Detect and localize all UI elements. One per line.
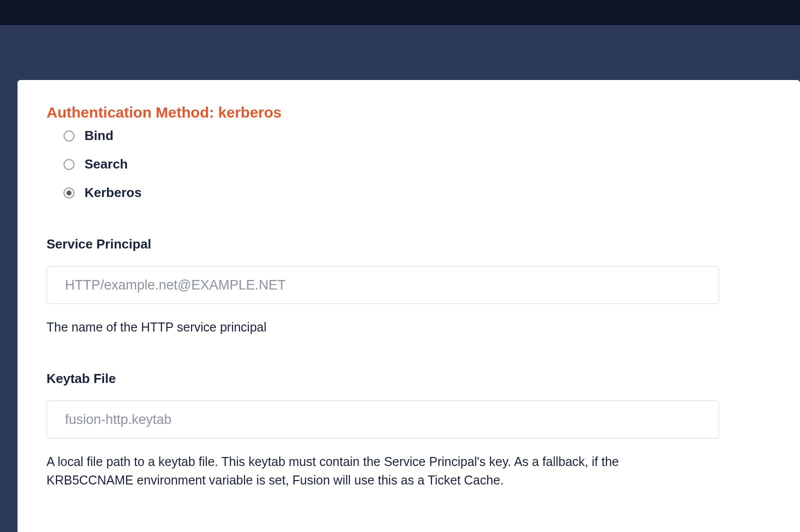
- radio-dot-icon: [66, 190, 72, 196]
- keytab-file-help: A local file path to a keytab file. This…: [46, 452, 686, 489]
- top-bar: [0, 0, 800, 25]
- service-principal-input[interactable]: [46, 266, 719, 304]
- radio-label-bind: Bind: [84, 128, 114, 144]
- section-title: Authentication Method: kerberos: [46, 104, 771, 121]
- settings-card: Authentication Method: kerberos Bind Sea…: [18, 80, 800, 532]
- radio-row-bind[interactable]: Bind: [64, 128, 771, 144]
- radio-icon[interactable]: [64, 188, 74, 198]
- radio-label-kerberos: Kerberos: [84, 185, 142, 200]
- service-principal-help: The name of the HTTP service principal: [46, 318, 686, 336]
- radio-row-search[interactable]: Search: [64, 156, 771, 172]
- service-principal-label: Service Principal: [46, 236, 771, 252]
- auth-method-radio-group: Bind Search Kerberos: [64, 128, 771, 200]
- keytab-file-label: Keytab File: [46, 371, 771, 386]
- radio-icon[interactable]: [64, 159, 74, 170]
- radio-row-kerberos[interactable]: Kerberos: [64, 185, 771, 200]
- keytab-file-input[interactable]: [46, 400, 719, 438]
- radio-label-search: Search: [84, 156, 128, 172]
- field-service-principal: Service Principal The name of the HTTP s…: [46, 236, 771, 336]
- field-keytab-file: Keytab File A local file path to a keyta…: [46, 371, 771, 489]
- radio-icon[interactable]: [64, 130, 74, 142]
- content-wrapper: Authentication Method: kerberos Bind Sea…: [0, 25, 800, 532]
